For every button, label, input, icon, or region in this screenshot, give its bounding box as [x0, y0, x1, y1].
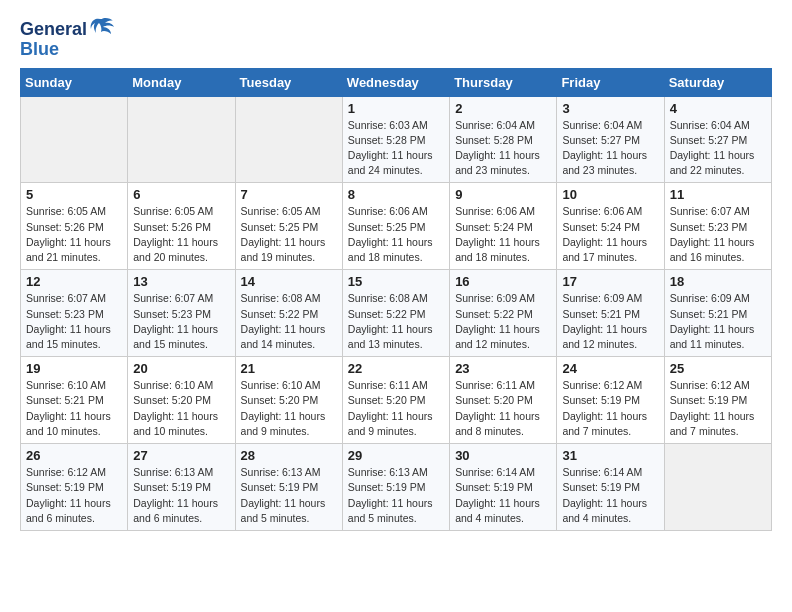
day-info: Sunrise: 6:12 AMSunset: 5:19 PMDaylight:… — [26, 465, 122, 526]
calendar-cell: 11Sunrise: 6:07 AMSunset: 5:23 PMDayligh… — [664, 183, 771, 270]
day-info: Sunrise: 6:04 AMSunset: 5:27 PMDaylight:… — [670, 118, 766, 179]
day-number: 30 — [455, 448, 551, 463]
day-info: Sunrise: 6:05 AMSunset: 5:26 PMDaylight:… — [133, 204, 229, 265]
day-number: 1 — [348, 101, 444, 116]
day-number: 19 — [26, 361, 122, 376]
day-number: 5 — [26, 187, 122, 202]
day-number: 10 — [562, 187, 658, 202]
day-info: Sunrise: 6:12 AMSunset: 5:19 PMDaylight:… — [562, 378, 658, 439]
day-info: Sunrise: 6:10 AMSunset: 5:21 PMDaylight:… — [26, 378, 122, 439]
day-info: Sunrise: 6:04 AMSunset: 5:28 PMDaylight:… — [455, 118, 551, 179]
calendar-cell: 6Sunrise: 6:05 AMSunset: 5:26 PMDaylight… — [128, 183, 235, 270]
day-info: Sunrise: 6:12 AMSunset: 5:19 PMDaylight:… — [670, 378, 766, 439]
calendar-cell: 1Sunrise: 6:03 AMSunset: 5:28 PMDaylight… — [342, 96, 449, 183]
calendar-cell: 31Sunrise: 6:14 AMSunset: 5:19 PMDayligh… — [557, 444, 664, 531]
calendar-cell: 15Sunrise: 6:08 AMSunset: 5:22 PMDayligh… — [342, 270, 449, 357]
header-wednesday: Wednesday — [342, 68, 449, 96]
logo-bird-icon — [89, 17, 115, 39]
day-info: Sunrise: 6:07 AMSunset: 5:23 PMDaylight:… — [670, 204, 766, 265]
day-number: 13 — [133, 274, 229, 289]
day-info: Sunrise: 6:14 AMSunset: 5:19 PMDaylight:… — [455, 465, 551, 526]
day-info: Sunrise: 6:05 AMSunset: 5:26 PMDaylight:… — [26, 204, 122, 265]
logo: General Blue — [20, 20, 115, 60]
header-sunday: Sunday — [21, 68, 128, 96]
calendar-cell: 30Sunrise: 6:14 AMSunset: 5:19 PMDayligh… — [450, 444, 557, 531]
calendar-table: SundayMondayTuesdayWednesdayThursdayFrid… — [20, 68, 772, 531]
day-number: 23 — [455, 361, 551, 376]
day-info: Sunrise: 6:08 AMSunset: 5:22 PMDaylight:… — [241, 291, 337, 352]
calendar-cell: 23Sunrise: 6:11 AMSunset: 5:20 PMDayligh… — [450, 357, 557, 444]
day-info: Sunrise: 6:06 AMSunset: 5:24 PMDaylight:… — [562, 204, 658, 265]
calendar-cell: 27Sunrise: 6:13 AMSunset: 5:19 PMDayligh… — [128, 444, 235, 531]
day-number: 18 — [670, 274, 766, 289]
calendar-cell: 5Sunrise: 6:05 AMSunset: 5:26 PMDaylight… — [21, 183, 128, 270]
day-number: 3 — [562, 101, 658, 116]
day-info: Sunrise: 6:07 AMSunset: 5:23 PMDaylight:… — [133, 291, 229, 352]
calendar-cell: 9Sunrise: 6:06 AMSunset: 5:24 PMDaylight… — [450, 183, 557, 270]
day-info: Sunrise: 6:11 AMSunset: 5:20 PMDaylight:… — [348, 378, 444, 439]
calendar-cell: 29Sunrise: 6:13 AMSunset: 5:19 PMDayligh… — [342, 444, 449, 531]
day-number: 9 — [455, 187, 551, 202]
calendar-cell — [128, 96, 235, 183]
day-info: Sunrise: 6:07 AMSunset: 5:23 PMDaylight:… — [26, 291, 122, 352]
calendar-cell: 25Sunrise: 6:12 AMSunset: 5:19 PMDayligh… — [664, 357, 771, 444]
calendar-cell: 17Sunrise: 6:09 AMSunset: 5:21 PMDayligh… — [557, 270, 664, 357]
calendar-cell: 24Sunrise: 6:12 AMSunset: 5:19 PMDayligh… — [557, 357, 664, 444]
day-number: 28 — [241, 448, 337, 463]
day-info: Sunrise: 6:10 AMSunset: 5:20 PMDaylight:… — [241, 378, 337, 439]
calendar-cell: 4Sunrise: 6:04 AMSunset: 5:27 PMDaylight… — [664, 96, 771, 183]
header-monday: Monday — [128, 68, 235, 96]
day-number: 2 — [455, 101, 551, 116]
day-number: 17 — [562, 274, 658, 289]
calendar-header-row: SundayMondayTuesdayWednesdayThursdayFrid… — [21, 68, 772, 96]
header-thursday: Thursday — [450, 68, 557, 96]
day-number: 4 — [670, 101, 766, 116]
header-saturday: Saturday — [664, 68, 771, 96]
day-number: 25 — [670, 361, 766, 376]
calendar-cell: 18Sunrise: 6:09 AMSunset: 5:21 PMDayligh… — [664, 270, 771, 357]
day-number: 8 — [348, 187, 444, 202]
calendar-cell: 3Sunrise: 6:04 AMSunset: 5:27 PMDaylight… — [557, 96, 664, 183]
day-number: 11 — [670, 187, 766, 202]
calendar-cell: 2Sunrise: 6:04 AMSunset: 5:28 PMDaylight… — [450, 96, 557, 183]
day-info: Sunrise: 6:11 AMSunset: 5:20 PMDaylight:… — [455, 378, 551, 439]
calendar-week-row: 1Sunrise: 6:03 AMSunset: 5:28 PMDaylight… — [21, 96, 772, 183]
calendar-week-row: 26Sunrise: 6:12 AMSunset: 5:19 PMDayligh… — [21, 444, 772, 531]
day-number: 16 — [455, 274, 551, 289]
calendar-cell: 22Sunrise: 6:11 AMSunset: 5:20 PMDayligh… — [342, 357, 449, 444]
day-number: 6 — [133, 187, 229, 202]
calendar-cell: 21Sunrise: 6:10 AMSunset: 5:20 PMDayligh… — [235, 357, 342, 444]
day-number: 27 — [133, 448, 229, 463]
day-info: Sunrise: 6:03 AMSunset: 5:28 PMDaylight:… — [348, 118, 444, 179]
day-info: Sunrise: 6:13 AMSunset: 5:19 PMDaylight:… — [241, 465, 337, 526]
calendar-cell: 7Sunrise: 6:05 AMSunset: 5:25 PMDaylight… — [235, 183, 342, 270]
calendar-cell: 8Sunrise: 6:06 AMSunset: 5:25 PMDaylight… — [342, 183, 449, 270]
calendar-cell: 14Sunrise: 6:08 AMSunset: 5:22 PMDayligh… — [235, 270, 342, 357]
calendar-cell: 20Sunrise: 6:10 AMSunset: 5:20 PMDayligh… — [128, 357, 235, 444]
calendar-cell — [21, 96, 128, 183]
calendar-cell: 12Sunrise: 6:07 AMSunset: 5:23 PMDayligh… — [21, 270, 128, 357]
calendar-week-row: 5Sunrise: 6:05 AMSunset: 5:26 PMDaylight… — [21, 183, 772, 270]
day-info: Sunrise: 6:13 AMSunset: 5:19 PMDaylight:… — [133, 465, 229, 526]
day-info: Sunrise: 6:08 AMSunset: 5:22 PMDaylight:… — [348, 291, 444, 352]
day-info: Sunrise: 6:09 AMSunset: 5:21 PMDaylight:… — [562, 291, 658, 352]
day-number: 20 — [133, 361, 229, 376]
calendar-cell: 10Sunrise: 6:06 AMSunset: 5:24 PMDayligh… — [557, 183, 664, 270]
logo-text: General Blue — [20, 20, 115, 60]
day-number: 21 — [241, 361, 337, 376]
calendar-cell — [664, 444, 771, 531]
day-number: 14 — [241, 274, 337, 289]
day-info: Sunrise: 6:14 AMSunset: 5:19 PMDaylight:… — [562, 465, 658, 526]
day-info: Sunrise: 6:09 AMSunset: 5:21 PMDaylight:… — [670, 291, 766, 352]
header-friday: Friday — [557, 68, 664, 96]
day-number: 26 — [26, 448, 122, 463]
day-info: Sunrise: 6:04 AMSunset: 5:27 PMDaylight:… — [562, 118, 658, 179]
calendar-cell: 26Sunrise: 6:12 AMSunset: 5:19 PMDayligh… — [21, 444, 128, 531]
calendar-cell: 16Sunrise: 6:09 AMSunset: 5:22 PMDayligh… — [450, 270, 557, 357]
day-number: 24 — [562, 361, 658, 376]
day-info: Sunrise: 6:06 AMSunset: 5:24 PMDaylight:… — [455, 204, 551, 265]
calendar-cell: 13Sunrise: 6:07 AMSunset: 5:23 PMDayligh… — [128, 270, 235, 357]
day-number: 29 — [348, 448, 444, 463]
day-number: 12 — [26, 274, 122, 289]
day-info: Sunrise: 6:09 AMSunset: 5:22 PMDaylight:… — [455, 291, 551, 352]
